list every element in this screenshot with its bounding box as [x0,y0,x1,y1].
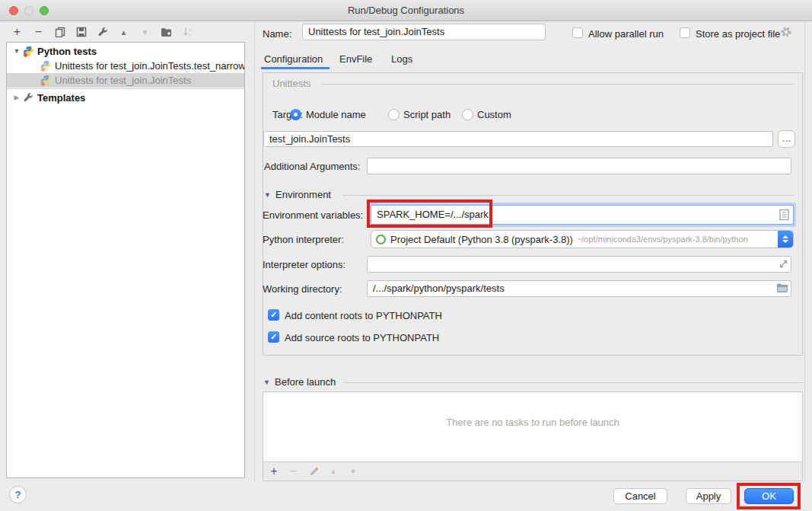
right-edge-line [804,21,805,481]
run-debug-configurations-dialog: Run/Debug Configurations + − ▲ ▼ az ▼ [0,0,812,511]
allow-parallel-run-label: Allow parallel run [588,28,664,40]
move-down-icon[interactable]: ▼ [137,24,153,40]
python-interpreter-select[interactable]: Project Default (Python 3.8 (pyspark-3.8… [371,230,794,248]
titlebar: Run/Debug Configurations [0,0,812,21]
tree-item-label: Unittests for test_join.JoinTests.test_n… [55,59,244,73]
folder-icon[interactable] [776,283,788,295]
module-name-input[interactable]: test_join.JoinTests [263,131,773,147]
apply-button[interactable]: Apply [686,488,731,504]
name-label: Name: [263,28,291,40]
before-launch-toolbar: + − ▲ ▼ [263,461,803,481]
task-up-icon[interactable]: ▲ [327,464,339,479]
browse-button[interactable]: … [778,130,795,148]
tab-configuration[interactable]: Configuration [264,53,323,65]
interpreter-options-input[interactable] [367,256,791,273]
radio-custom-label: Custom [477,109,511,120]
cancel-button[interactable]: Cancel [613,488,667,504]
expand-field-icon[interactable] [778,258,789,272]
before-launch-collapse-icon[interactable]: ▼ [263,378,270,386]
tree-item-label: Python tests [37,44,97,59]
chevron-up-down-icon[interactable] [778,231,793,248]
before-launch-section-rule [344,382,803,383]
working-directory-label: Working directory: [263,283,342,295]
tree-item-templates[interactable]: ▶ Templates [7,91,244,105]
store-as-project-file-checkbox[interactable] [680,27,690,38]
svg-text:z: z [189,33,191,37]
help-button[interactable]: ? [9,486,27,503]
environment-section-label: Environment [275,189,331,200]
move-up-icon[interactable]: ▲ [116,24,132,40]
before-launch-empty-message: There are no tasks to run before launch [263,417,802,428]
add-task-icon[interactable]: + [268,464,280,479]
radio-script-path-label: Script path [403,109,451,120]
svg-text:a: a [189,27,192,32]
python-test-icon [40,75,52,86]
interpreter-value: Project Default (Python 3.8 (pyspark-3.8… [390,234,573,245]
python-test-icon [40,60,52,72]
add-configuration-icon[interactable]: + [9,24,25,40]
allow-parallel-run-checkbox[interactable] [572,27,583,38]
annotation-rect-ok-button [737,483,801,509]
working-directory-input[interactable]: /.../spark/python/pyspark/tests [367,280,791,297]
store-as-project-file-label: Store as project file [696,28,780,40]
tree-item-unittest-narrow[interactable]: Unittests for test_join.JoinTests.test_n… [7,59,244,73]
environment-section-rule [342,195,794,196]
env-vars-list-icon[interactable] [779,209,789,223]
interpreter-path: ~/opt/miniconda3/envs/pyspark-3.8/bin/py… [577,235,748,244]
before-launch-section-label: Before launch [275,376,336,388]
annotation-rect-env-vars [367,200,492,228]
sort-configurations-icon[interactable]: az [180,24,196,40]
unittests-section-rule [321,84,794,85]
tree-group-divider [7,88,244,89]
add-source-roots-checkbox[interactable]: ✓ [268,331,279,343]
tree-item-python-tests[interactable]: ▼ Python tests [7,44,244,59]
edit-templates-wrench-icon[interactable] [94,24,110,40]
new-folder-icon[interactable] [158,24,174,40]
additional-arguments-input[interactable] [367,158,791,174]
additional-arguments-label: Additional Arguments: [264,161,360,172]
tab-logs[interactable]: Logs [391,53,412,65]
before-launch-task-list[interactable]: There are no tasks to run before launch [263,391,803,462]
python-interpreter-label: Python interpreter: [263,234,344,245]
radio-custom[interactable] [462,109,473,120]
interpreter-options-label: Interpreter options: [263,259,345,270]
remove-task-icon[interactable]: − [288,464,300,479]
gear-icon[interactable] [780,26,792,40]
tree-item-label: Templates [37,91,85,105]
add-source-roots-label: Add source roots to PYTHONPATH [285,332,439,343]
radio-script-path[interactable] [388,109,400,120]
tree-item-unittest-jointests-selected[interactable]: Unittests for test_join.JoinTests [7,73,244,88]
configurations-tree: ▼ Python tests Unittests for test_join.J… [6,42,245,478]
add-content-roots-label: Add content roots to PYTHONPATH [285,310,442,321]
environment-collapse-icon[interactable]: ▼ [264,191,271,199]
task-down-icon[interactable]: ▼ [347,464,359,479]
window-title: Run/Debug Configurations [0,0,812,21]
active-tab-underline [261,67,330,69]
unittests-section-label: Unittests [272,78,311,89]
collapsed-arrow-icon[interactable]: ▶ [13,91,21,105]
tab-envfile[interactable]: EnvFile [339,53,372,65]
remove-configuration-icon[interactable]: − [30,24,46,40]
edit-task-pencil-icon[interactable] [307,464,320,479]
save-configuration-icon[interactable] [73,24,89,40]
panel-divider [254,21,255,481]
add-content-roots-checkbox[interactable]: ✓ [268,309,279,321]
templates-wrench-icon [23,92,34,104]
copy-configuration-icon[interactable] [52,24,68,40]
configurations-toolbar: + − ▲ ▼ az [9,24,196,40]
conda-env-icon [376,235,386,244]
name-input[interactable]: Unittests for test_join.JoinTests [302,24,546,40]
environment-variables-label: Environment variables: [263,209,363,221]
python-tests-icon [23,46,34,57]
tree-item-label: Unittests for test_join.JoinTests [55,73,191,88]
radio-module-name-label: Module name [306,109,366,120]
radio-module-name[interactable] [290,109,301,120]
expanded-arrow-icon[interactable]: ▼ [13,44,21,59]
